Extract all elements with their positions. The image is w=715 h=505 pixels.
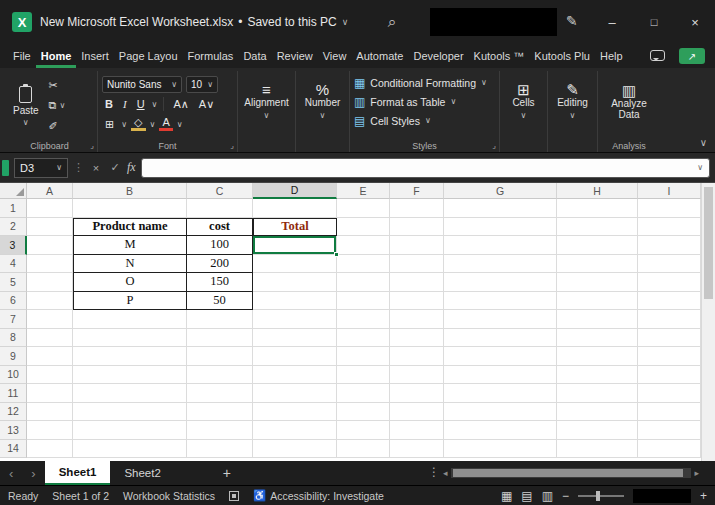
underline-chevron-icon[interactable]: ∨: [152, 100, 158, 109]
format-painter-button[interactable]: ✐: [49, 119, 66, 135]
workbook-statistics-button[interactable]: Workbook Statistics: [123, 490, 215, 502]
tab-developer[interactable]: Developer: [408, 44, 468, 68]
cell-c13[interactable]: [187, 421, 253, 440]
insert-function-button[interactable]: fx: [127, 160, 136, 175]
cell-f10[interactable]: [390, 366, 444, 385]
font-dialog-launcher-icon[interactable]: ⌟: [230, 141, 234, 150]
cell-d11[interactable]: [253, 384, 337, 403]
cell-h1[interactable]: [557, 199, 638, 218]
row-header-1[interactable]: 1: [0, 199, 27, 218]
cell-a8[interactable]: [27, 329, 73, 348]
cell-g6[interactable]: [444, 292, 557, 311]
column-header-i[interactable]: I: [638, 183, 701, 199]
vertical-scrollbar[interactable]: [701, 183, 715, 461]
cell-a3[interactable]: [27, 236, 73, 255]
cell-h14[interactable]: [557, 440, 638, 459]
column-header-a[interactable]: A: [27, 183, 73, 199]
tab-file[interactable]: File: [8, 44, 36, 68]
cell-d1[interactable]: [253, 199, 337, 218]
close-button[interactable]: ×: [675, 0, 715, 44]
confirm-entry-button[interactable]: ✓: [108, 161, 122, 174]
column-header-b[interactable]: B: [73, 183, 187, 199]
number-button[interactable]: % Number ∨: [300, 73, 345, 131]
column-header-g[interactable]: G: [444, 183, 557, 199]
tab-kutools[interactable]: Kutools ™: [469, 44, 530, 68]
cell-d6[interactable]: [253, 292, 337, 311]
cell-d5[interactable]: [253, 273, 337, 292]
conditional-formatting-button[interactable]: ▦ Conditional Formatting ∨: [354, 73, 495, 92]
page-layout-view-button[interactable]: ▤: [521, 489, 532, 503]
cell-e1[interactable]: [337, 199, 390, 218]
cell-g12[interactable]: [444, 403, 557, 422]
search-icon[interactable]: ⌕: [388, 13, 396, 31]
column-header-h[interactable]: H: [557, 183, 638, 199]
cell-c4[interactable]: 200: [187, 255, 253, 274]
fill-color-button[interactable]: ◇: [131, 117, 145, 131]
cell-i5[interactable]: [638, 273, 701, 292]
cell-i6[interactable]: [638, 292, 701, 311]
horizontal-scrollbar[interactable]: ◂ ▸: [443, 467, 699, 479]
cell-c5[interactable]: 150: [187, 273, 253, 292]
format-as-table-button[interactable]: ▥ Format as Table ∨: [354, 92, 495, 111]
cell-a2[interactable]: [27, 218, 73, 237]
cell-b1[interactable]: [73, 199, 187, 218]
cell-i12[interactable]: [638, 403, 701, 422]
cell-styles-button[interactable]: ▤ Cell Styles ∨: [354, 111, 495, 130]
cell-a9[interactable]: [27, 347, 73, 366]
collapse-ribbon-chevron-icon[interactable]: ∨: [700, 137, 707, 148]
cell-i2[interactable]: [638, 218, 701, 237]
cell-e4[interactable]: [337, 255, 390, 274]
next-sheet-button[interactable]: ›: [22, 466, 44, 481]
horizontal-scrollbar-thumb[interactable]: [453, 469, 684, 477]
normal-view-button[interactable]: ▦: [501, 489, 512, 503]
bold-button[interactable]: B: [102, 98, 116, 110]
cell-i7[interactable]: [638, 310, 701, 329]
column-header-c[interactable]: C: [187, 183, 253, 199]
cell-h6[interactable]: [557, 292, 638, 311]
cell-e3[interactable]: [337, 236, 390, 255]
borders-chevron-icon[interactable]: ∨: [121, 120, 127, 129]
underline-button[interactable]: U: [134, 98, 148, 110]
row-header-12[interactable]: 12: [0, 403, 27, 422]
font-name-select[interactable]: Nunito Sans ∨: [102, 76, 182, 93]
cell-f12[interactable]: [390, 403, 444, 422]
name-box[interactable]: D3 ∨: [14, 158, 68, 178]
cell-d9[interactable]: [253, 347, 337, 366]
row-header-6[interactable]: 6: [0, 292, 27, 311]
cell-g7[interactable]: [444, 310, 557, 329]
add-sheet-button[interactable]: +: [217, 465, 237, 481]
tab-review[interactable]: Review: [272, 44, 318, 68]
row-header-2[interactable]: 2: [0, 218, 27, 237]
cell-g9[interactable]: [444, 347, 557, 366]
cell-h3[interactable]: [557, 236, 638, 255]
cell-f3[interactable]: [390, 236, 444, 255]
tab-formulas[interactable]: Formulas: [183, 44, 239, 68]
cell-d3[interactable]: [253, 236, 337, 255]
cell-b11[interactable]: [73, 384, 187, 403]
zoom-slider[interactable]: [578, 495, 624, 497]
cell-h13[interactable]: [557, 421, 638, 440]
cell-d7[interactable]: [253, 310, 337, 329]
comments-icon[interactable]: [650, 50, 665, 61]
cell-a11[interactable]: [27, 384, 73, 403]
cell-c2[interactable]: cost: [187, 218, 253, 237]
borders-button[interactable]: ⊞: [102, 118, 117, 131]
cell-e8[interactable]: [337, 329, 390, 348]
cell-e12[interactable]: [337, 403, 390, 422]
cell-h7[interactable]: [557, 310, 638, 329]
tab-view[interactable]: View: [318, 44, 352, 68]
column-header-d[interactable]: D: [253, 183, 337, 199]
cell-b5[interactable]: O: [73, 273, 187, 292]
sheet-tab-sheet1[interactable]: Sheet1: [45, 461, 111, 485]
cell-g4[interactable]: [444, 255, 557, 274]
save-status[interactable]: Saved to this PC: [247, 15, 336, 29]
analyze-data-button[interactable]: ▥ Analyze Data: [602, 73, 656, 131]
cell-i4[interactable]: [638, 255, 701, 274]
cell-f13[interactable]: [390, 421, 444, 440]
cell-a10[interactable]: [27, 366, 73, 385]
cell-b10[interactable]: [73, 366, 187, 385]
row-header-5[interactable]: 5: [0, 273, 27, 292]
cell-d12[interactable]: [253, 403, 337, 422]
zoom-slider-thumb[interactable]: [596, 491, 600, 501]
formula-input[interactable]: ∨: [141, 158, 710, 178]
